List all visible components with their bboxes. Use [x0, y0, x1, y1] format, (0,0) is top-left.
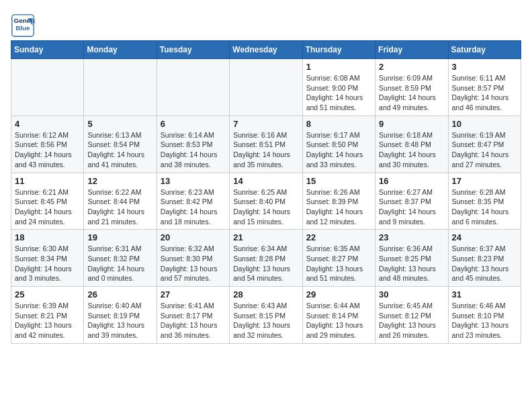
day-number: 14 [233, 176, 298, 186]
calendar-cell: 15Sunrise: 6:26 AM Sunset: 8:39 PM Dayli… [302, 173, 375, 230]
day-number: 20 [161, 232, 226, 242]
day-number: 29 [306, 289, 371, 300]
day-number: 21 [233, 232, 298, 242]
day-detail: Sunrise: 6:27 AM Sunset: 8:37 PM Dayligh… [379, 187, 444, 227]
calendar-table: SundayMondayTuesdayWednesdayThursdayFrid… [11, 40, 521, 344]
day-number: 15 [306, 176, 371, 186]
day-number: 31 [452, 289, 517, 300]
day-detail: Sunrise: 6:37 AM Sunset: 8:23 PM Dayligh… [452, 244, 517, 283]
logo: General Blue [11, 13, 38, 38]
weekday-header-saturday: Saturday [448, 41, 521, 59]
day-detail: Sunrise: 6:11 AM Sunset: 8:57 PM Dayligh… [452, 73, 517, 113]
day-detail: Sunrise: 6:09 AM Sunset: 8:59 PM Dayligh… [379, 73, 444, 113]
day-detail: Sunrise: 6:46 AM Sunset: 8:10 PM Dayligh… [452, 301, 517, 340]
day-detail: Sunrise: 6:34 AM Sunset: 8:28 PM Dayligh… [233, 244, 298, 283]
day-detail: Sunrise: 6:14 AM Sunset: 8:53 PM Dayligh… [161, 130, 226, 170]
calendar-cell: 29Sunrise: 6:44 AM Sunset: 8:14 PM Dayli… [302, 287, 375, 344]
day-number: 2 [379, 62, 444, 72]
day-number: 27 [161, 289, 226, 300]
day-number: 24 [452, 232, 517, 242]
weekday-header-tuesday: Tuesday [157, 41, 229, 59]
calendar-cell [157, 59, 229, 116]
calendar-week-1: 1Sunrise: 6:08 AM Sunset: 9:00 PM Daylig… [11, 59, 521, 116]
day-number: 26 [87, 289, 152, 300]
day-detail: Sunrise: 6:16 AM Sunset: 8:51 PM Dayligh… [233, 130, 298, 170]
day-detail: Sunrise: 6:39 AM Sunset: 8:21 PM Dayligh… [15, 301, 80, 340]
calendar-cell: 11Sunrise: 6:21 AM Sunset: 8:45 PM Dayli… [11, 173, 84, 230]
calendar-cell: 6Sunrise: 6:14 AM Sunset: 8:53 PM Daylig… [157, 116, 229, 173]
calendar-week-3: 11Sunrise: 6:21 AM Sunset: 8:45 PM Dayli… [11, 173, 521, 230]
calendar-cell: 7Sunrise: 6:16 AM Sunset: 8:51 PM Daylig… [230, 116, 302, 173]
day-detail: Sunrise: 6:36 AM Sunset: 8:25 PM Dayligh… [379, 244, 444, 283]
day-detail: Sunrise: 6:13 AM Sunset: 8:54 PM Dayligh… [87, 130, 152, 170]
day-detail: Sunrise: 6:12 AM Sunset: 8:56 PM Dayligh… [15, 130, 80, 170]
day-detail: Sunrise: 6:08 AM Sunset: 9:00 PM Dayligh… [306, 73, 371, 113]
weekday-header-monday: Monday [84, 41, 157, 59]
day-detail: Sunrise: 6:44 AM Sunset: 8:14 PM Dayligh… [306, 301, 371, 340]
day-number: 25 [15, 289, 80, 300]
calendar-cell: 1Sunrise: 6:08 AM Sunset: 9:00 PM Daylig… [302, 59, 375, 116]
day-number: 28 [233, 289, 298, 300]
calendar-cell: 22Sunrise: 6:35 AM Sunset: 8:27 PM Dayli… [302, 230, 375, 287]
day-detail: Sunrise: 6:40 AM Sunset: 8:19 PM Dayligh… [87, 301, 152, 340]
calendar-cell: 17Sunrise: 6:28 AM Sunset: 8:35 PM Dayli… [448, 173, 521, 230]
day-number: 8 [306, 119, 371, 129]
day-detail: Sunrise: 6:35 AM Sunset: 8:27 PM Dayligh… [306, 244, 371, 283]
calendar-cell: 16Sunrise: 6:27 AM Sunset: 8:37 PM Dayli… [375, 173, 448, 230]
calendar-cell [230, 59, 302, 116]
calendar-cell: 13Sunrise: 6:23 AM Sunset: 8:42 PM Dayli… [157, 173, 229, 230]
svg-text:Blue: Blue [15, 24, 30, 32]
calendar-cell: 5Sunrise: 6:13 AM Sunset: 8:54 PM Daylig… [84, 116, 157, 173]
weekday-header-wednesday: Wednesday [230, 41, 302, 59]
calendar-cell: 31Sunrise: 6:46 AM Sunset: 8:10 PM Dayli… [448, 287, 521, 344]
calendar-week-5: 25Sunrise: 6:39 AM Sunset: 8:21 PM Dayli… [11, 287, 521, 344]
calendar-cell: 27Sunrise: 6:41 AM Sunset: 8:17 PM Dayli… [157, 287, 229, 344]
day-number: 4 [15, 119, 80, 129]
calendar-cell: 28Sunrise: 6:43 AM Sunset: 8:15 PM Dayli… [230, 287, 302, 344]
day-detail: Sunrise: 6:32 AM Sunset: 8:30 PM Dayligh… [161, 244, 226, 283]
calendar-cell: 10Sunrise: 6:19 AM Sunset: 8:47 PM Dayli… [448, 116, 521, 173]
day-detail: Sunrise: 6:30 AM Sunset: 8:34 PM Dayligh… [15, 244, 80, 283]
calendar-cell [84, 59, 157, 116]
calendar-cell: 23Sunrise: 6:36 AM Sunset: 8:25 PM Dayli… [375, 230, 448, 287]
day-number: 5 [87, 119, 152, 129]
day-detail: Sunrise: 6:31 AM Sunset: 8:32 PM Dayligh… [87, 244, 152, 283]
weekday-header-row: SundayMondayTuesdayWednesdayThursdayFrid… [11, 41, 521, 59]
calendar-cell: 24Sunrise: 6:37 AM Sunset: 8:23 PM Dayli… [448, 230, 521, 287]
calendar-cell: 18Sunrise: 6:30 AM Sunset: 8:34 PM Dayli… [11, 230, 84, 287]
calendar-cell: 26Sunrise: 6:40 AM Sunset: 8:19 PM Dayli… [84, 287, 157, 344]
day-detail: Sunrise: 6:17 AM Sunset: 8:50 PM Dayligh… [306, 130, 371, 170]
day-number: 6 [161, 119, 226, 129]
calendar-cell: 20Sunrise: 6:32 AM Sunset: 8:30 PM Dayli… [157, 230, 229, 287]
day-number: 11 [15, 176, 80, 186]
weekday-header-friday: Friday [375, 41, 448, 59]
calendar-cell: 19Sunrise: 6:31 AM Sunset: 8:32 PM Dayli… [84, 230, 157, 287]
calendar-cell: 2Sunrise: 6:09 AM Sunset: 8:59 PM Daylig… [375, 59, 448, 116]
day-detail: Sunrise: 6:25 AM Sunset: 8:40 PM Dayligh… [233, 187, 298, 227]
calendar-cell: 25Sunrise: 6:39 AM Sunset: 8:21 PM Dayli… [11, 287, 84, 344]
day-detail: Sunrise: 6:23 AM Sunset: 8:42 PM Dayligh… [161, 187, 226, 227]
calendar-week-2: 4Sunrise: 6:12 AM Sunset: 8:56 PM Daylig… [11, 116, 521, 173]
day-number: 23 [379, 232, 444, 242]
calendar-cell: 3Sunrise: 6:11 AM Sunset: 8:57 PM Daylig… [448, 59, 521, 116]
day-detail: Sunrise: 6:28 AM Sunset: 8:35 PM Dayligh… [452, 187, 517, 227]
day-number: 12 [87, 176, 152, 186]
day-number: 18 [15, 232, 80, 242]
day-number: 13 [161, 176, 226, 186]
calendar-cell: 4Sunrise: 6:12 AM Sunset: 8:56 PM Daylig… [11, 116, 84, 173]
day-number: 9 [379, 119, 444, 129]
day-number: 19 [87, 232, 152, 242]
day-detail: Sunrise: 6:21 AM Sunset: 8:45 PM Dayligh… [15, 187, 80, 227]
day-number: 3 [452, 62, 517, 72]
day-number: 10 [452, 119, 517, 129]
day-detail: Sunrise: 6:43 AM Sunset: 8:15 PM Dayligh… [233, 301, 298, 340]
day-number: 17 [452, 176, 517, 186]
calendar-cell: 8Sunrise: 6:17 AM Sunset: 8:50 PM Daylig… [302, 116, 375, 173]
day-detail: Sunrise: 6:18 AM Sunset: 8:48 PM Dayligh… [379, 130, 444, 170]
day-number: 7 [233, 119, 298, 129]
page-header: General Blue [11, 11, 521, 38]
day-number: 22 [306, 232, 371, 242]
day-detail: Sunrise: 6:19 AM Sunset: 8:47 PM Dayligh… [452, 130, 517, 170]
calendar-cell: 9Sunrise: 6:18 AM Sunset: 8:48 PM Daylig… [375, 116, 448, 173]
calendar-cell [11, 59, 84, 116]
